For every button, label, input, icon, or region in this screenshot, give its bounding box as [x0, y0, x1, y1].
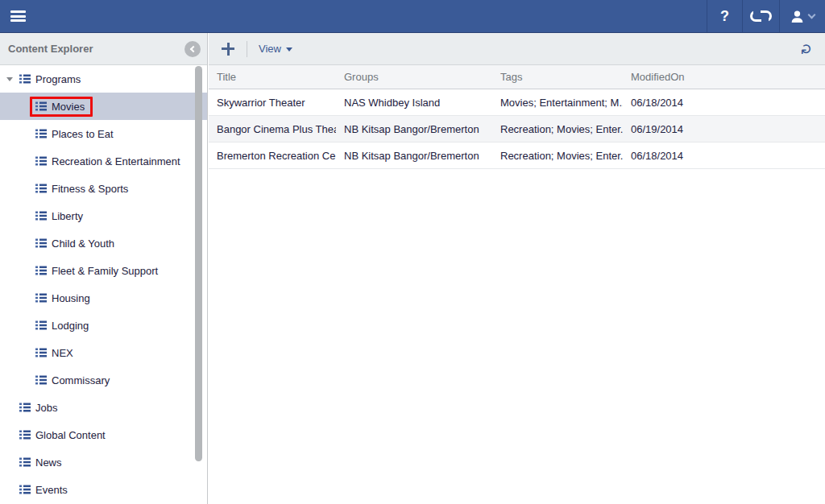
table-cell: Recreation; Movies; Enter... — [492, 150, 623, 162]
sidebar-tree-item[interactable]: Movies — [0, 93, 207, 120]
table-row[interactable]: Bremerton Recreation Ce...NB Kitsap Bang… — [209, 143, 825, 169]
toolbar-divider — [247, 41, 247, 57]
list-icon — [35, 184, 47, 193]
menu-button[interactable] — [0, 0, 35, 32]
column-header[interactable]: Groups — [336, 71, 492, 83]
column-header[interactable]: Title — [209, 71, 336, 83]
tree-item-label: Events — [35, 484, 68, 496]
tree-item-inner: Movies — [30, 97, 93, 117]
chevron-down-icon — [807, 10, 815, 19]
tree-item-inner: Events — [14, 480, 76, 500]
tree-item-inner: Liberty — [30, 206, 91, 226]
help-button[interactable]: ? — [707, 0, 742, 32]
list-icon — [35, 211, 47, 221]
tree-item-inner: Places to Eat — [30, 124, 122, 144]
table-row[interactable]: Bangor Cinema Plus Thea...NB Kitsap Bang… — [209, 116, 825, 143]
list-icon — [35, 266, 47, 275]
table-cell: Bremerton Recreation Ce... — [209, 150, 336, 162]
tree-item-inner: Commissary — [30, 370, 118, 390]
tree-item-inner: Fitness & Sports — [30, 179, 136, 199]
sidebar-tree-item[interactable]: Liberty — [0, 202, 207, 229]
tree-item-label: News — [35, 456, 62, 469]
table-body: Skywarrior TheaterNAS Whidbey IslandMovi… — [209, 89, 825, 169]
sidebar-tree-item[interactable]: Fitness & Sports — [0, 175, 207, 202]
triangle-down-icon — [6, 77, 13, 81]
list-icon — [19, 457, 31, 467]
tree-item-label: Jobs — [35, 402, 57, 414]
add-button[interactable] — [218, 39, 238, 60]
tree-item-label: Recreation & Entertainment — [52, 155, 180, 167]
list-icon — [35, 348, 47, 357]
refresh-button[interactable]: ↻ — [796, 39, 817, 60]
list-icon — [35, 129, 47, 138]
tree-item-inner: Housing — [30, 288, 98, 308]
sidebar-tree-item[interactable]: Recreation & Entertainment — [0, 147, 207, 175]
plus-icon — [222, 43, 234, 56]
table-cell: NB Kitsap Bangor/Bremerton — [336, 123, 492, 135]
sidebar-tree-item[interactable]: Jobs — [0, 394, 207, 421]
tree-item-inner: Global Content — [14, 425, 114, 445]
table-cell: 06/18/2014 — [623, 97, 825, 109]
sidebar-tree-item[interactable]: Fleet & Family Support — [0, 257, 207, 284]
table-row[interactable]: Skywarrior TheaterNAS Whidbey IslandMovi… — [209, 89, 825, 116]
sidebar-header: Content Explorer — [0, 33, 207, 65]
sidebar-tree-item[interactable]: Events — [0, 476, 207, 503]
tree-item-label: Places to Eat — [52, 128, 114, 140]
tree-item-label: Fitness & Sports — [52, 183, 128, 195]
tree-item-inner: Jobs — [14, 398, 65, 418]
column-header[interactable]: ModifiedOn — [623, 71, 825, 83]
list-icon — [35, 238, 47, 248]
view-label: View — [259, 43, 281, 55]
list-icon — [19, 74, 31, 84]
tree-item-inner: Programs — [14, 69, 89, 89]
main-toolbar: View ↻ — [209, 33, 825, 65]
user-menu-button[interactable] — [779, 0, 825, 32]
table-cell: NAS Whidbey Island — [336, 97, 492, 109]
main-pane: View ↻ TitleGroupsTagsModifiedOn Skywarr… — [209, 33, 825, 504]
list-icon — [35, 293, 47, 303]
tree-item-label: Programs — [35, 73, 81, 85]
sidebar-tree-item[interactable]: Housing — [0, 284, 207, 312]
sidebar-tree-item[interactable]: Commissary — [0, 366, 207, 394]
preview-button[interactable] — [742, 0, 779, 32]
tree-item-label: Lodging — [52, 320, 89, 332]
table-cell: Skywarrior Theater — [209, 97, 336, 109]
tree-item-label: Fleet & Family Support — [52, 265, 158, 277]
table-cell: Movies; Entertainment; M... — [492, 97, 623, 109]
tree-item-inner: Lodging — [30, 316, 97, 336]
tree-item-label: NEX — [52, 347, 73, 359]
topbar-actions: ? — [707, 0, 825, 32]
tree-item-inner: Fleet & Family Support — [30, 261, 166, 281]
tree-item-label: Child & Youth — [52, 238, 114, 250]
sidebar-tree-item[interactable]: Child & Youth — [0, 229, 207, 257]
tree-item-label: Liberty — [52, 210, 83, 222]
table-cell: Bangor Cinema Plus Thea... — [209, 123, 336, 135]
table-cell: 06/18/2014 — [623, 150, 825, 162]
sidebar-tree-item[interactable]: Places to Eat — [0, 120, 207, 147]
tree-item-label: Housing — [52, 292, 90, 304]
chevron-down-icon — [286, 48, 292, 52]
sidebar-scrollbar-thumb[interactable] — [195, 66, 202, 461]
sidebar-title: Content Explorer — [8, 43, 93, 55]
list-icon — [19, 430, 31, 440]
tree-item-inner: Recreation & Entertainment — [30, 151, 189, 171]
table-header-row: TitleGroupsTagsModifiedOn — [209, 65, 825, 89]
list-icon — [35, 375, 47, 385]
view-dropdown-button[interactable]: View — [259, 43, 292, 55]
column-header[interactable]: Tags — [492, 71, 623, 83]
tree-item-label: Global Content — [35, 429, 106, 441]
list-icon — [35, 320, 47, 330]
table-cell: 06/19/2014 — [623, 123, 825, 135]
sidebar-tree-item[interactable]: NEX — [0, 339, 207, 366]
sidebar-tree-item[interactable]: Lodging — [0, 312, 207, 339]
sidebar-tree-item[interactable]: Global Content — [0, 421, 207, 448]
tree-item-inner: NEX — [30, 343, 81, 363]
tree-item-label: Commissary — [52, 374, 110, 386]
sidebar-tree-item[interactable]: News — [0, 448, 207, 476]
sidebar-tree: Programs Movies Places to Eat — [0, 65, 207, 503]
sidebar-collapse-button[interactable] — [184, 41, 201, 57]
table-cell: NB Kitsap Bangor/Bremerton — [336, 150, 492, 162]
help-icon: ? — [720, 8, 729, 25]
tree-item-label: Movies — [52, 101, 85, 113]
sidebar-tree-item[interactable]: Programs — [0, 65, 207, 93]
